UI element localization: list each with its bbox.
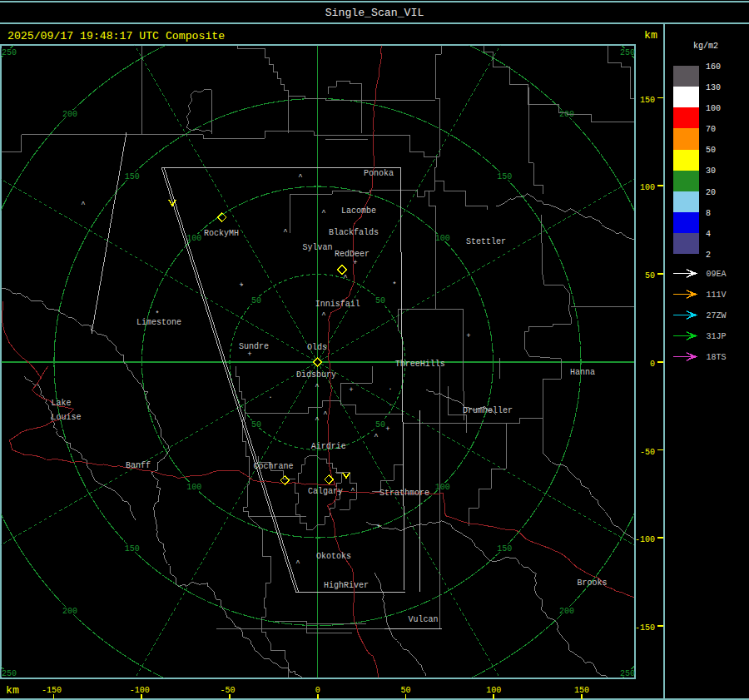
svg-text:200: 200 bbox=[559, 110, 574, 119]
svg-text:50: 50 bbox=[375, 296, 385, 305]
svg-text:.: . bbox=[388, 384, 392, 392]
svg-text:100: 100 bbox=[435, 483, 450, 492]
svg-text:50: 50 bbox=[706, 146, 716, 155]
svg-text:Sundre: Sundre bbox=[239, 342, 269, 351]
svg-text:.: . bbox=[388, 400, 392, 408]
svg-text:-150: -150 bbox=[635, 623, 655, 633]
svg-text:^: ^ bbox=[374, 433, 378, 441]
svg-text:8: 8 bbox=[706, 209, 711, 218]
svg-text:100: 100 bbox=[186, 483, 201, 492]
svg-text:RedDeer: RedDeer bbox=[335, 250, 370, 259]
svg-text:100: 100 bbox=[706, 104, 721, 113]
svg-text:150: 150 bbox=[125, 544, 140, 554]
svg-text:^: ^ bbox=[350, 487, 355, 495]
svg-text:2025/09/17 19:48:17 UTC Compos: 2025/09/17 19:48:17 UTC Composite bbox=[7, 30, 225, 42]
svg-text:+: + bbox=[247, 350, 251, 359]
svg-text:Didsbury: Didsbury bbox=[296, 370, 336, 380]
svg-text:^: ^ bbox=[315, 383, 319, 391]
svg-text:Hanna: Hanna bbox=[570, 368, 595, 377]
svg-text:Olds: Olds bbox=[307, 343, 327, 352]
svg-text:Cochrane: Cochrane bbox=[254, 462, 294, 471]
svg-text:150: 150 bbox=[497, 172, 512, 181]
svg-text:250: 250 bbox=[2, 48, 17, 57]
svg-text:Banff: Banff bbox=[126, 461, 151, 470]
svg-text:250: 250 bbox=[2, 669, 17, 678]
svg-text:250: 250 bbox=[620, 48, 635, 57]
svg-text:20: 20 bbox=[706, 188, 716, 197]
svg-text:-100: -100 bbox=[635, 535, 655, 544]
svg-text:Lake: Lake bbox=[52, 399, 72, 408]
svg-text:-150: -150 bbox=[42, 686, 62, 695]
svg-text:200: 200 bbox=[559, 607, 574, 616]
svg-text:Limestone: Limestone bbox=[136, 318, 181, 327]
svg-text:^: ^ bbox=[343, 274, 347, 282]
svg-text:Airdrie: Airdrie bbox=[311, 442, 346, 451]
svg-text:2: 2 bbox=[706, 251, 711, 260]
svg-text:.: . bbox=[240, 280, 244, 288]
svg-text:50: 50 bbox=[645, 271, 655, 280]
svg-text:Single_Scan_VIL: Single_Scan_VIL bbox=[325, 7, 424, 19]
svg-text:Ponoka: Ponoka bbox=[364, 169, 394, 178]
svg-text:^: ^ bbox=[321, 209, 325, 217]
svg-text:Strathmore: Strathmore bbox=[379, 489, 429, 498]
svg-text:150: 150 bbox=[497, 544, 512, 554]
svg-text:50: 50 bbox=[251, 296, 261, 305]
svg-text:-50: -50 bbox=[640, 448, 655, 457]
svg-text:0: 0 bbox=[650, 360, 655, 369]
svg-text:31JP: 31JP bbox=[707, 332, 727, 341]
svg-text:+: + bbox=[353, 259, 357, 267]
svg-text:27ZW: 27ZW bbox=[707, 311, 727, 320]
svg-text:150: 150 bbox=[574, 686, 589, 695]
svg-text:100: 100 bbox=[435, 234, 450, 243]
svg-text:Okotoks: Okotoks bbox=[316, 552, 351, 561]
svg-text:Sylvan: Sylvan bbox=[303, 243, 333, 252]
svg-text:150: 150 bbox=[125, 172, 140, 181]
svg-text:km: km bbox=[6, 684, 19, 697]
svg-text:^: ^ bbox=[295, 559, 300, 568]
svg-text:kg/m2: kg/m2 bbox=[693, 42, 718, 51]
svg-text:ThreeHills: ThreeHills bbox=[395, 360, 445, 369]
svg-text:70: 70 bbox=[706, 125, 716, 134]
svg-text:Louise: Louise bbox=[52, 413, 82, 422]
svg-text:50: 50 bbox=[400, 686, 410, 695]
svg-text:+: + bbox=[376, 523, 380, 531]
svg-text:^: ^ bbox=[283, 228, 287, 236]
svg-text:-50: -50 bbox=[220, 686, 235, 695]
svg-text:HighRiver: HighRiver bbox=[324, 581, 369, 590]
svg-text:^: ^ bbox=[81, 201, 85, 209]
svg-text:50: 50 bbox=[375, 420, 385, 429]
svg-text:4: 4 bbox=[706, 230, 711, 239]
svg-text:^: ^ bbox=[298, 173, 302, 181]
svg-text:Vulcan: Vulcan bbox=[409, 615, 439, 624]
svg-text:Brooks: Brooks bbox=[578, 578, 608, 588]
svg-text:200: 200 bbox=[62, 110, 77, 119]
svg-text:200: 200 bbox=[62, 607, 77, 616]
svg-text:Lacombe: Lacombe bbox=[341, 206, 376, 216]
svg-text:150: 150 bbox=[640, 96, 655, 105]
svg-text:.: . bbox=[268, 392, 272, 400]
svg-text:250: 250 bbox=[620, 669, 635, 678]
svg-text:100: 100 bbox=[640, 183, 655, 192]
svg-text:RockyMH: RockyMH bbox=[204, 229, 239, 238]
svg-text:+: + bbox=[349, 386, 353, 395]
svg-text:Stettler: Stettler bbox=[466, 237, 506, 246]
svg-text:100: 100 bbox=[186, 234, 201, 243]
svg-text:+: + bbox=[385, 425, 389, 434]
svg-text:100: 100 bbox=[486, 686, 501, 695]
svg-text:Innisfail: Innisfail bbox=[315, 300, 360, 309]
svg-text:30: 30 bbox=[706, 166, 716, 176]
svg-text:50: 50 bbox=[251, 420, 261, 429]
svg-text:*: * bbox=[392, 281, 396, 290]
svg-text:111V: 111V bbox=[707, 290, 727, 300]
svg-text:^: ^ bbox=[323, 410, 327, 419]
svg-text:160: 160 bbox=[706, 62, 721, 72]
svg-text:Calgary: Calgary bbox=[308, 487, 343, 496]
svg-text:18TS: 18TS bbox=[707, 353, 727, 362]
svg-text:^: ^ bbox=[321, 311, 325, 320]
svg-text:Blackfalds: Blackfalds bbox=[329, 228, 379, 237]
svg-text:130: 130 bbox=[706, 83, 721, 92]
svg-text:09EA: 09EA bbox=[707, 270, 727, 279]
svg-text:Drumheller: Drumheller bbox=[463, 406, 513, 415]
svg-text:0: 0 bbox=[315, 686, 320, 695]
svg-text:^: ^ bbox=[315, 416, 319, 424]
